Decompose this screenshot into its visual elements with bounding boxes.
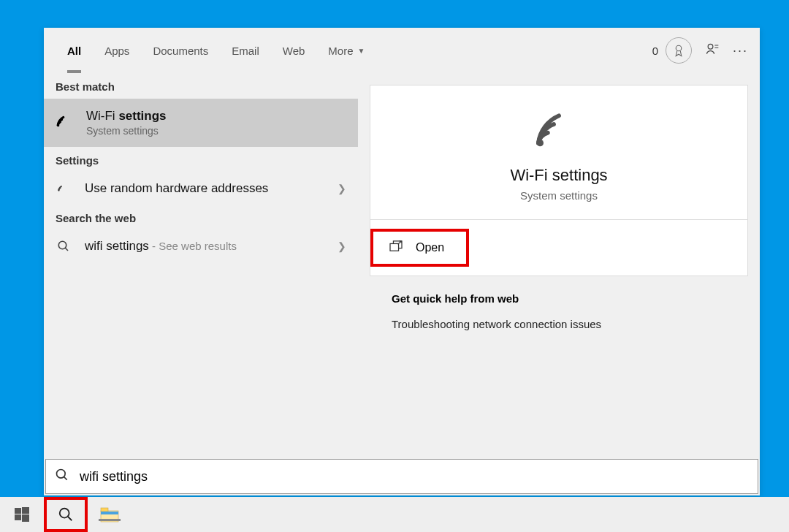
tab-web[interactable]: Web — [271, 28, 317, 73]
svg-line-9 — [64, 477, 67, 480]
svg-rect-12 — [15, 514, 21, 520]
taskbar — [0, 497, 789, 532]
svg-point-1 — [708, 44, 713, 49]
search-panel: All Apps Documents Email Web More ▼ 0 ··… — [44, 28, 760, 495]
svg-rect-13 — [22, 514, 29, 522]
svg-point-14 — [60, 509, 69, 518]
chevron-right-icon: ❯ — [338, 183, 346, 194]
taskbar-file-explorer[interactable] — [88, 506, 132, 522]
result-text: Wi-Fi settings System settings — [86, 109, 346, 137]
svg-point-8 — [57, 470, 66, 479]
web-suffix: - See web results — [149, 240, 237, 252]
chevron-down-icon: ▼ — [358, 47, 365, 55]
open-icon — [389, 240, 403, 255]
search-icon — [56, 240, 72, 253]
start-button[interactable] — [0, 497, 44, 532]
svg-rect-10 — [15, 508, 21, 514]
help-section: Get quick help from web Troubleshooting … — [370, 276, 748, 346]
svg-point-4 — [58, 241, 66, 249]
svg-rect-11 — [22, 507, 29, 514]
more-icon[interactable]: ··· — [733, 43, 748, 58]
tabs-right-controls: 0 ··· — [652, 37, 748, 64]
wifi-icon — [533, 109, 584, 153]
result-subtitle: System settings — [86, 125, 346, 137]
help-link-troubleshoot[interactable]: Troubleshooting network connection issue… — [392, 318, 726, 330]
open-row: Open — [370, 220, 748, 276]
tab-documents[interactable]: Documents — [141, 28, 220, 73]
preview-title: Wi-Fi settings — [510, 166, 607, 185]
tab-email[interactable]: Email — [220, 28, 271, 73]
taskbar-search-button[interactable] — [44, 497, 88, 532]
results-column: Best match Wi-Fi settings System setting… — [44, 73, 358, 459]
svg-point-6 — [537, 140, 544, 146]
rewards-count: 0 — [652, 45, 658, 57]
search-content: Best match Wi-Fi settings System setting… — [44, 73, 760, 459]
section-best-match: Best match — [44, 73, 358, 99]
search-tabs: All Apps Documents Email Web More ▼ 0 ··… — [44, 28, 760, 73]
result-web-search[interactable]: wifi settings - See web results ❯ — [44, 230, 358, 262]
svg-point-3 — [58, 190, 60, 191]
result-random-hardware[interactable]: Use random hardware addresses ❯ — [44, 172, 358, 205]
result-label: wifi settings - See web results — [85, 239, 237, 254]
svg-rect-17 — [101, 508, 108, 512]
search-input[interactable] — [80, 469, 749, 484]
section-settings: Settings — [44, 147, 358, 172]
result-title-bold: settings — [118, 109, 166, 123]
web-query: wifi settings — [85, 239, 149, 253]
medal-icon — [666, 37, 692, 64]
result-title-prefix: Wi-Fi — [86, 109, 118, 123]
preview-column: Wi-Fi settings System settings Open — [358, 73, 760, 459]
preview-subtitle: System settings — [520, 189, 598, 202]
chevron-right-icon: ❯ — [338, 240, 346, 252]
preview-card: Wi-Fi settings System settings — [370, 85, 748, 220]
tab-apps[interactable]: Apps — [93, 28, 141, 73]
result-wifi-settings[interactable]: Wi-Fi settings System settings — [44, 99, 358, 147]
rewards-button[interactable]: 0 — [652, 37, 692, 64]
svg-rect-7 — [390, 243, 399, 251]
feedback-icon[interactable] — [705, 42, 720, 59]
svg-rect-18 — [101, 512, 118, 514]
search-bar[interactable] — [45, 459, 758, 494]
search-icon — [55, 468, 69, 485]
tab-more[interactable]: More ▼ — [316, 28, 376, 73]
result-title: Wi-Fi settings — [86, 109, 346, 123]
result-label: Use random hardware addresses — [85, 181, 268, 196]
open-label: Open — [416, 241, 444, 254]
wifi-icon — [56, 115, 75, 131]
tab-all[interactable]: All — [56, 28, 93, 73]
wifi-icon — [56, 183, 72, 194]
help-header: Get quick help from web — [392, 292, 726, 305]
section-search-web: Search the web — [44, 205, 358, 230]
tab-more-label: More — [328, 45, 353, 57]
open-button[interactable]: Open — [370, 229, 469, 267]
svg-line-15 — [68, 517, 72, 521]
svg-line-5 — [65, 248, 68, 251]
svg-point-0 — [676, 45, 682, 51]
